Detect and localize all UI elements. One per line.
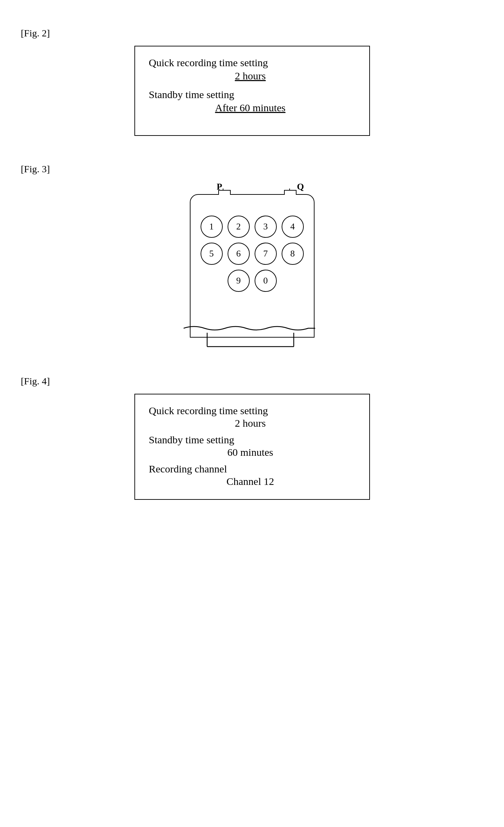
- key-2[interactable]: 2: [228, 216, 250, 238]
- fig2-standby-value: After 60 minutes: [149, 102, 352, 114]
- key-3[interactable]: 3: [255, 216, 277, 238]
- key-6[interactable]: 6: [228, 243, 250, 265]
- fig4-recording-channel-value: Channel 12: [149, 476, 352, 487]
- fig2-label: [Fig. 2]: [21, 28, 483, 39]
- key-row-2: 5 6 7 8: [201, 243, 304, 265]
- fig4-standby-label: Standby time setting: [149, 434, 352, 446]
- fig2-quick-recording-label: Quick recording time setting: [149, 57, 352, 69]
- fig4-recording-channel-label: Recording channel: [149, 463, 352, 475]
- fig4-label: [Fig. 4]: [21, 376, 483, 387]
- connector-q: [284, 190, 297, 195]
- fig4-quick-recording-label: Quick recording time setting: [149, 405, 352, 417]
- remote-body: 1 2 3 4 5 6 7 8 9 0: [190, 194, 315, 338]
- fig4-quick-recording-value: 2 hours: [149, 417, 352, 429]
- key-row-1: 1 2 3 4: [201, 216, 304, 238]
- fig4-standby-value: 60 minutes: [149, 446, 352, 458]
- fig2-section: [Fig. 2] Quick recording time setting 2 …: [21, 28, 483, 136]
- fig3-section: [Fig. 3] P Q 1 2 3 4: [21, 164, 483, 348]
- remote-device: P Q 1 2 3 4: [179, 182, 325, 348]
- key-9[interactable]: 9: [228, 270, 250, 292]
- fig2-container: Quick recording time setting 2 hours Sta…: [21, 46, 483, 136]
- fig2-quick-recording-value: 2 hours: [149, 70, 352, 82]
- key-1[interactable]: 1: [201, 216, 223, 238]
- fig4-box: Quick recording time setting 2 hours Sta…: [134, 394, 370, 500]
- fig4-container: Quick recording time setting 2 hours Sta…: [21, 394, 483, 500]
- key-7[interactable]: 7: [255, 243, 277, 265]
- remote-legs: [186, 333, 318, 348]
- key-row-3: 9 0: [228, 270, 277, 292]
- key-8[interactable]: 8: [282, 243, 304, 265]
- key-5[interactable]: 5: [201, 243, 223, 265]
- wavy-bottom: [184, 323, 315, 333]
- connector-p: [218, 190, 231, 195]
- key-0[interactable]: 0: [255, 270, 277, 292]
- fig2-standby-label: Standby time setting: [149, 89, 352, 101]
- fig2-box: Quick recording time setting 2 hours Sta…: [134, 46, 370, 136]
- fig3-label: [Fig. 3]: [21, 164, 483, 175]
- fig4-section: [Fig. 4] Quick recording time setting 2 …: [21, 376, 483, 500]
- key-4[interactable]: 4: [282, 216, 304, 238]
- fig3-container: P Q 1 2 3 4: [21, 182, 483, 348]
- keypad: 1 2 3 4 5 6 7 8 9 0: [191, 216, 314, 292]
